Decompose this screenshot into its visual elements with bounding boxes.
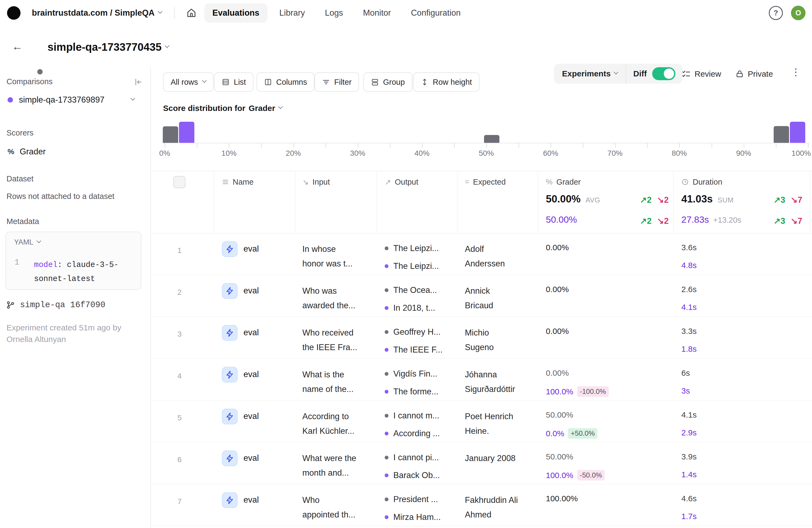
code-line[interactable]: model: claude-3-5-sonnet-latest (34, 258, 136, 286)
back-button[interactable]: ← (12, 40, 23, 53)
span-name[interactable]: eval (244, 411, 259, 421)
output-comparison-line[interactable]: The Leipzi... (385, 261, 439, 271)
experiment-branch-link[interactable]: simple-qa 16f7090 (6, 300, 105, 310)
filter-label: Filter (334, 78, 351, 87)
grader-regression-summary: ↗2 ↘2 (628, 195, 669, 205)
distribution-scorer: Grader (249, 104, 275, 113)
help-button[interactable]: ? (769, 6, 783, 20)
input-cell[interactable]: What is thename of the... (302, 367, 379, 397)
tab-library[interactable]: Library (271, 3, 313, 23)
output-comparison-line[interactable]: Mirza Ham... (385, 512, 441, 522)
expected-cell[interactable]: Poet HenrichHeine. (465, 409, 543, 438)
expected-cell[interactable]: AnnickBricaud (465, 284, 543, 313)
tab-monitor[interactable]: Monitor (355, 3, 399, 23)
yaml-format-dropdown[interactable]: YAML (14, 238, 41, 247)
input-cell[interactable]: In whosehonor was t... (302, 242, 379, 271)
duration-sum-value: 41.03s (681, 193, 713, 205)
output-current-line[interactable]: The Ocea... (385, 285, 437, 295)
histogram-bar-comparison[interactable] (790, 122, 805, 143)
span-name[interactable]: eval (244, 328, 259, 337)
output-comparison-line[interactable]: In 2018, t... (385, 303, 435, 313)
avatar[interactable]: O (791, 6, 806, 20)
comparison-experiment-item[interactable]: simple-qa-1733769897 (8, 95, 143, 105)
histogram-bar-current[interactable] (163, 126, 178, 143)
output-current-line[interactable]: Geoffrey H... (385, 327, 440, 337)
comparison-experiment-dot (385, 515, 389, 519)
axis-tick-label: 90% (736, 149, 751, 158)
grader-score-comparison: 100.0%-50.0% (546, 470, 605, 481)
input-cell[interactable]: Who wasawarded the... (302, 284, 379, 313)
experiment-title-menu[interactable]: simple-qa-1733770435 (47, 41, 169, 53)
column-header-expected[interactable]: = Expected (465, 175, 506, 188)
output-comparison-line[interactable]: The forme... (385, 387, 438, 397)
output-current-line[interactable]: Vigdís Fin... (385, 369, 437, 379)
columns-label: Columns (276, 78, 307, 87)
tab-evaluations[interactable]: Evaluations (204, 3, 267, 23)
braintrust-logo (7, 6, 20, 20)
column-header-duration[interactable]: Duration (681, 175, 722, 188)
column-separator (458, 171, 458, 233)
span-name[interactable]: eval (244, 244, 259, 254)
input-cell[interactable]: According toKarl Küchler... (302, 409, 379, 438)
output-comparison-line[interactable]: According ... (385, 429, 440, 438)
org-project-switcher[interactable]: braintrustdata.com / SimpleQA (32, 8, 162, 18)
tab-configuration[interactable]: Configuration (403, 3, 469, 23)
column-header-output[interactable]: ↗ Output (385, 175, 418, 188)
expected-cell[interactable]: JóhannaSigurðardóttir (465, 367, 543, 397)
output-current-line[interactable]: President ... (385, 495, 438, 504)
column-header-input[interactable]: ↘ Input (302, 175, 330, 188)
output-comparison-text: Mirza Ham... (393, 512, 441, 522)
list-view-button[interactable]: List (214, 72, 253, 92)
score-distribution-dropdown[interactable]: Score distribution for Grader (163, 104, 282, 113)
column-header-name[interactable]: Name (222, 175, 253, 188)
table-row[interactable]: 1evalIn whosehonor was t...The Leipzi...… (150, 233, 812, 275)
span-name[interactable]: eval (244, 495, 259, 505)
group-button[interactable]: Group (363, 72, 412, 92)
comparison-experiment-dot (385, 390, 389, 394)
duration-comparison: 2.9s (681, 428, 697, 437)
output-current-line[interactable]: I cannot m... (385, 411, 439, 421)
axis-tick (744, 143, 744, 148)
output-current-line[interactable]: I cannot pi... (385, 453, 439, 463)
output-comparison-line[interactable]: The IEEE F... (385, 345, 443, 355)
chevron-down-icon (131, 96, 135, 101)
axis-tick (776, 143, 777, 148)
span-name[interactable]: eval (244, 453, 259, 463)
table-row[interactable]: 6evalWhat were themonth and...I cannot p… (150, 442, 812, 484)
histogram-bar-current[interactable] (484, 135, 499, 143)
table-row[interactable]: 7evalWhoappointed th...President ...Mirz… (150, 484, 812, 526)
select-all-checkbox[interactable] (173, 176, 186, 188)
input-cell[interactable]: Who receivedthe IEEE Fra... (302, 325, 379, 355)
grader-cmp-value: 100.0% (546, 471, 574, 480)
input-cell[interactable]: What were themonth and... (302, 451, 379, 480)
grader-cmp-value: 0.0% (546, 429, 564, 438)
histogram-bar-comparison[interactable] (179, 122, 194, 143)
table-row[interactable]: 5evalAccording toKarl Küchler...I cannot… (150, 400, 812, 442)
table-row[interactable]: 4evalWhat is thename of the...Vigdís Fin… (150, 359, 812, 400)
axis-tick (325, 143, 326, 148)
row-height-button[interactable]: Row height (413, 72, 479, 92)
expected-cell[interactable]: Fakhruddin AliAhmed (465, 493, 543, 522)
expected-cell[interactable]: AdolfAnderssen (465, 242, 543, 271)
rows-filter-dropdown[interactable]: All rows (163, 72, 214, 92)
histogram-bar-current[interactable] (774, 126, 789, 143)
table-row[interactable]: 2evalWho wasawarded the...The Ocea...In … (150, 275, 812, 317)
output-current-text: I cannot pi... (393, 453, 439, 463)
columns-button[interactable]: Columns (257, 72, 315, 92)
comparison-color-dot (8, 97, 13, 103)
filter-button[interactable]: Filter (315, 72, 359, 92)
output-current-line[interactable]: The Leipzi... (385, 244, 439, 253)
output-comparison-line[interactable]: Barack Ob... (385, 470, 440, 480)
expected-cell[interactable]: MichioSugeno (465, 325, 543, 355)
table-row[interactable]: 3evalWho receivedthe IEEE Fra...Geoffrey… (150, 317, 812, 359)
tab-logs[interactable]: Logs (317, 3, 351, 23)
span-name[interactable]: eval (244, 369, 259, 379)
home-button[interactable] (186, 8, 197, 18)
sidebar-collapse-button[interactable] (133, 77, 143, 87)
expected-cell[interactable]: January 2008 (465, 451, 543, 466)
scorer-item[interactable]: % Grader (8, 147, 46, 157)
span-name[interactable]: eval (244, 286, 259, 296)
input-cell[interactable]: Whoappointed th... (302, 493, 379, 522)
column-header-grader[interactable]: % Grader (546, 175, 581, 188)
score-distribution-chart[interactable]: 0%10%20%30%40%50%60%70%80%90%100% (150, 121, 812, 159)
